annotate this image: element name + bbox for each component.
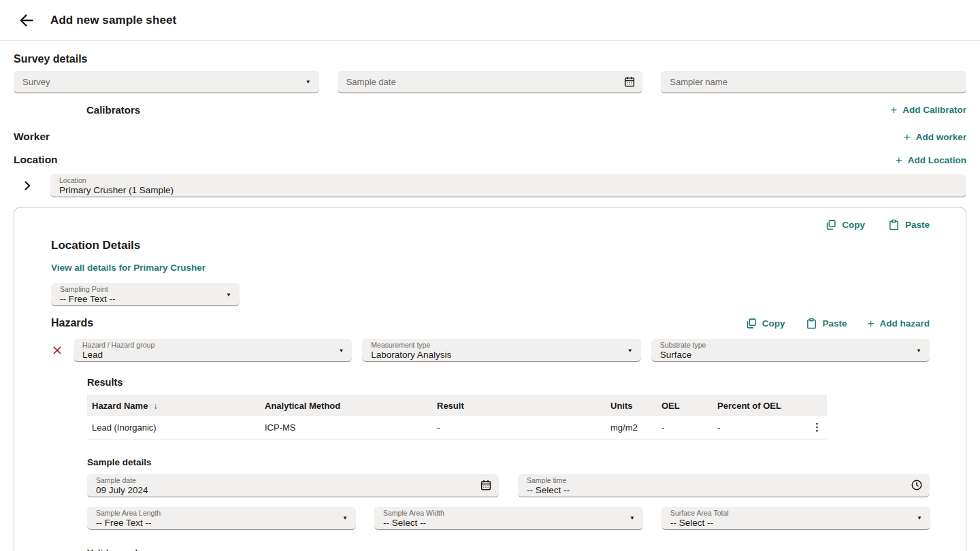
sampling-point-select[interactable]: Sampling Point -- Free Text -- ▼ — [51, 283, 240, 306]
results-heading: Results — [87, 377, 930, 388]
view-all-details-link[interactable]: View all details for Primary Crusher — [51, 263, 206, 273]
location-select[interactable]: Location Primary Crusher (1 Sample) — [50, 174, 966, 197]
measurement-type-value: Laboratory Analysis — [371, 350, 617, 361]
sample-date-placeholder: Sample date — [346, 77, 396, 87]
col-result: Result — [432, 395, 606, 416]
sample-date-field[interactable]: Sample date — [338, 71, 643, 93]
add-hazard-label: Add hazard — [879, 318, 930, 329]
location-details-card: Copy Paste Location Details View all det… — [14, 207, 966, 551]
survey-select[interactable]: Survey ▼ — [14, 71, 319, 93]
col-percent-oel: Percent of OEL — [713, 395, 804, 416]
substrate-type-select[interactable]: Substrate type Surface ▼ — [651, 339, 930, 362]
cell-result: - — [432, 416, 606, 439]
sampler-name-input[interactable]: Sampler name — [661, 71, 966, 93]
sort-descending-icon: ↓ — [153, 401, 157, 411]
calibrators-section: Calibrators + Add Calibrator — [14, 104, 966, 116]
measurement-type-select[interactable]: Measurement type Laboratory Analysis ▼ — [362, 339, 640, 362]
sample-time-select[interactable]: Sample time -- Select -- — [518, 474, 930, 497]
sample-area-length-select[interactable]: Sample Area Length -- Free Text -- ▼ — [87, 507, 356, 530]
hazards-header: Hazards Copy Paste — [51, 317, 930, 329]
cell-oel: - — [657, 416, 713, 439]
sample-area-width-select[interactable]: Sample Area Width -- Select -- ▼ — [374, 507, 643, 530]
location-expand-row: Location Primary Crusher (1 Sample) — [14, 174, 966, 197]
sample-details-section: Sample details Sample date 09 July 2024 … — [87, 457, 930, 551]
result-row: Lead (Inorganic) ICP-MS - mg/m2 - - ⋮ — [87, 416, 827, 439]
back-button[interactable] — [15, 9, 38, 32]
chevron-down-icon: ▼ — [627, 347, 633, 353]
location-heading: Location — [14, 154, 58, 166]
hazards-heading: Hazards — [51, 317, 93, 329]
sample-details-heading: Sample details — [87, 457, 930, 467]
chevron-down-icon: ▼ — [306, 79, 311, 85]
row-menu-button[interactable]: ⋮ — [812, 422, 822, 432]
col-analytical-method: Analytical Method — [260, 395, 432, 416]
sample-time-value: -- Select -- — [527, 485, 906, 496]
hazard-group-select[interactable]: Hazard / Hazard group Lead ▼ — [74, 339, 352, 362]
results-section: Results Hazard Name↓ Analytical Method R… — [87, 377, 930, 439]
remove-hazard-button[interactable] — [51, 344, 63, 356]
calendar-icon — [623, 76, 636, 88]
add-calibrator-button[interactable]: + Add Calibrator — [890, 104, 966, 116]
sampler-name-placeholder: Sampler name — [670, 77, 728, 87]
location-details-heading: Location Details — [51, 239, 930, 252]
hazard-group-value: Lead — [82, 350, 329, 361]
location-section: Location + Add Location — [14, 154, 966, 166]
paste-label: Paste — [823, 318, 847, 329]
sample-date-label: Sample date — [96, 476, 476, 485]
cell-percent-oel: - — [713, 416, 804, 439]
paste-hazard-button[interactable]: Paste — [806, 318, 847, 329]
calibrators-heading: Calibrators — [14, 104, 140, 116]
plus-icon: + — [890, 104, 897, 116]
form-body: Survey details Survey ▼ Sample date Samp… — [0, 53, 980, 551]
copy-icon — [745, 318, 757, 329]
cell-hazard-name: Lead (Inorganic) — [87, 416, 260, 439]
plus-icon: + — [904, 131, 911, 143]
chevron-right-icon — [20, 179, 34, 193]
add-location-button[interactable]: + Add Location — [896, 154, 966, 166]
cell-units: mg/m2 — [606, 416, 657, 439]
sampling-point-value: -- Free Text -- — [60, 294, 216, 305]
col-hazard-name[interactable]: Hazard Name↓ — [87, 395, 260, 416]
chevron-down-icon: ▼ — [916, 347, 921, 353]
surface-area-total-value: -- Select -- — [670, 518, 907, 529]
location-field-label: Location — [59, 176, 943, 185]
calendar-icon — [480, 479, 492, 491]
paste-icon — [888, 219, 900, 231]
hazard-row: Hazard / Hazard group Lead ▼ Measurement… — [51, 339, 930, 362]
worker-heading: Worker — [14, 131, 50, 143]
location-card-actions: Copy Paste — [51, 216, 930, 233]
add-hazard-button[interactable]: + Add hazard — [868, 318, 930, 329]
sample-date-time-row: Sample date 09 July 2024 Sample time -- … — [87, 474, 930, 497]
plus-icon: + — [896, 154, 902, 166]
chevron-down-icon: ▼ — [338, 347, 344, 353]
copy-location-button[interactable]: Copy — [825, 219, 865, 231]
valid-sample-heading: Valid sample — [87, 548, 930, 551]
hazard-group-label: Hazard / Hazard group — [82, 341, 329, 350]
paste-label: Paste — [905, 220, 930, 230]
survey-details-fields: Survey ▼ Sample date Sampler name — [14, 71, 966, 93]
chevron-down-icon: ▼ — [226, 291, 231, 297]
sample-area-width-value: -- Select -- — [383, 518, 620, 529]
add-worker-button[interactable]: + Add worker — [904, 131, 966, 143]
sample-area-length-label: Sample Area Length — [96, 509, 333, 518]
surface-area-total-select[interactable]: Surface Area Total -- Select -- ▼ — [662, 507, 930, 530]
cell-analytical-method: ICP-MS — [260, 416, 432, 439]
sample-date-value: 09 July 2024 — [96, 485, 476, 496]
copy-hazard-button[interactable]: Copy — [745, 318, 785, 329]
surface-area-total-label: Surface Area Total — [670, 509, 907, 518]
chevron-down-icon: ▼ — [917, 515, 922, 521]
clock-icon — [911, 479, 923, 491]
paste-location-button[interactable]: Paste — [888, 219, 930, 231]
expand-location-button[interactable] — [17, 176, 37, 196]
add-location-label: Add Location — [908, 155, 966, 165]
sample-date-select[interactable]: Sample date 09 July 2024 — [87, 474, 499, 497]
add-worker-label: Add worker — [916, 132, 966, 142]
page-title: Add new sample sheet — [50, 14, 176, 27]
sample-time-label: Sample time — [527, 476, 906, 485]
copy-icon — [825, 219, 836, 231]
back-arrow-icon — [18, 12, 35, 29]
chevron-down-icon: ▼ — [342, 515, 348, 521]
col-oel: OEL — [657, 395, 713, 416]
hazards-actions: Copy Paste + Add hazard — [745, 318, 930, 329]
results-header-row: Hazard Name↓ Analytical Method Result Un… — [87, 395, 827, 416]
